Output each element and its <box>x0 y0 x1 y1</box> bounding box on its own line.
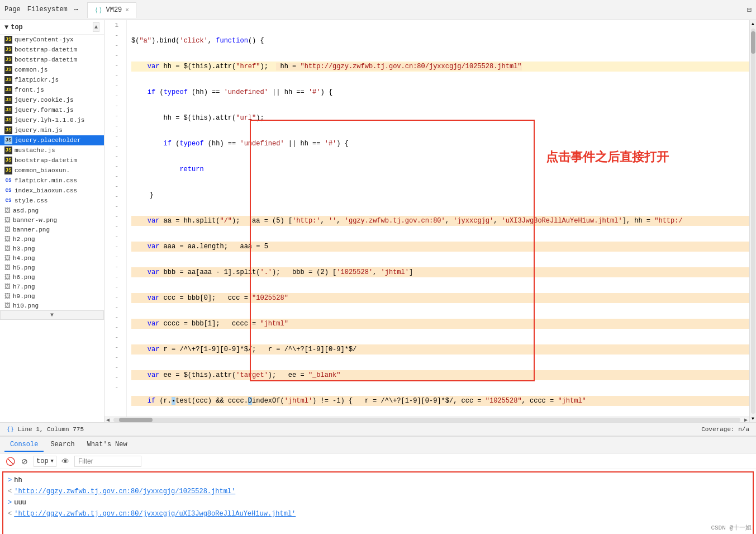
collapse-icon[interactable]: ⊟ <box>747 6 752 15</box>
status-bar: {} Line 1, Column 775 Coverage: n/a <box>0 422 756 436</box>
sidebar-item-bannerwpng[interactable]: 🖼 banner-w.png <box>0 215 104 225</box>
sidebar-item-label: h5.png <box>13 264 35 271</box>
coverage-info: Coverage: n/a <box>701 426 749 433</box>
sidebar-item-bootstrap3[interactable]: JS bootstrap-datetim <box>0 155 104 166</box>
line-num-16: - <box>104 171 122 181</box>
sidebar-item-h6png[interactable]: 🖼 h6.png <box>0 272 104 282</box>
tab-console[interactable]: Console <box>4 438 44 452</box>
sidebar-item-label: front.js <box>15 87 44 93</box>
line-num-36: - <box>104 372 122 382</box>
watermark: CSDN @十一姐 <box>711 523 752 532</box>
v-scroll-track[interactable] <box>751 29 755 414</box>
css-file-icon: CS <box>4 177 12 185</box>
scroll-track[interactable] <box>113 418 740 422</box>
sidebar-scroll-up[interactable]: ▲ <box>93 22 99 32</box>
img-file-icon: 🖼 <box>4 226 11 233</box>
sidebar-item-label: style.css <box>15 197 47 204</box>
vm29-tab[interactable]: ⟨⟩ VM29 × <box>87 2 136 18</box>
scroll-down-arrow[interactable]: ▼ <box>750 415 755 422</box>
sidebar-item-asdpng[interactable]: 🖼 asd.png <box>0 206 104 215</box>
sidebar-item-h5png[interactable]: 🖼 h5.png <box>0 263 104 272</box>
filesystem-menu[interactable]: Filesystem <box>27 6 68 14</box>
console-prompt-icon-2: > <box>8 497 12 508</box>
sidebar-item-h10png[interactable]: 🖼 h10.png <box>0 301 104 310</box>
line-num-2: - <box>104 30 122 40</box>
console-prompt-icon: > <box>8 475 12 486</box>
sidebar-item-label: common.js <box>15 67 47 73</box>
horizontal-scrollbar[interactable]: ◀ ▶ <box>104 417 749 422</box>
sidebar-item-label: index_biaoxun.css <box>15 187 77 194</box>
line-num-17: - <box>104 181 122 191</box>
sidebar-item-jquerylyh[interactable]: JS jquery.lyh-1.1.0.js <box>0 115 104 125</box>
img-file-icon: 🖼 <box>4 207 11 214</box>
more-menu[interactable]: ⋯ <box>74 6 78 14</box>
code-line-11: var ccc = bbb[0]; ccc = "1025528" <box>131 293 749 303</box>
console-output: > hh < 'http://ggzy.zwfwb.tj.gov.cn:80/j… <box>2 471 754 534</box>
img-file-icon: 🖼 <box>4 235 11 243</box>
bottom-toolbar: 🚫 ⊘ top ▼ 👁 <box>0 453 756 469</box>
clear-console-button[interactable]: 🚫 <box>4 456 16 467</box>
console-line-3: > uuu <box>8 497 748 508</box>
sidebar-item-h4png[interactable]: 🖼 h4.png <box>0 253 104 263</box>
sidebar-item-commonjs[interactable]: JS common.js <box>0 65 104 75</box>
page-menu[interactable]: Page <box>4 6 21 14</box>
sidebar-item-jqueryformat[interactable]: JS jquery.format.js <box>0 105 104 115</box>
js-file-icon: JS <box>4 157 12 164</box>
sidebar-item-bootstrap2[interactable]: JS bootstrap-datetim <box>0 55 104 65</box>
tab-close-button[interactable]: × <box>125 7 129 13</box>
sidebar-item-commonbiaoxun[interactable]: JS common_biaoxun. <box>0 166 104 176</box>
line-num-4: - <box>104 50 122 60</box>
sidebar-item-jquerymin[interactable]: JS jquery.min.js <box>0 125 104 135</box>
tab-whatsnew[interactable]: What's New <box>82 438 133 452</box>
line-num-6: - <box>104 70 122 81</box>
sidebar-item-bootstrap1[interactable]: JS bootstrap-datetim <box>0 45 104 55</box>
line-num-15: - <box>104 161 122 171</box>
bottom-panel: Console Search What's New 🚫 ⊘ top ▼ 👁 > … <box>0 436 756 534</box>
line-num-35: - <box>104 362 122 372</box>
js-file-icon: JS <box>4 116 12 124</box>
context-selector[interactable]: top ▼ <box>34 456 56 467</box>
sidebar-item-jquerycookie[interactable]: JS jquery.cookie.js <box>0 95 104 105</box>
sidebar-item-label: h4.png <box>13 255 35 262</box>
code-lines: $("a").bind('click', function() { var hh… <box>127 20 749 422</box>
stop-button[interactable]: ⊘ <box>19 456 30 467</box>
sidebar-item-h3png[interactable]: 🖼 h3.png <box>0 244 104 253</box>
code-line-3: if (typeof (hh) == 'undefined' || hh == … <box>131 87 749 97</box>
sidebar-item-front[interactable]: JS front.js <box>0 85 104 95</box>
scroll-left-btn[interactable]: ◀ <box>104 417 111 423</box>
filter-input[interactable] <box>74 456 141 467</box>
sidebar-item-h2png[interactable]: 🖼 h2.png <box>0 234 104 244</box>
console-link-2[interactable]: 'http://ggzy.zwfwb.tj.gov.cn:80/jyxxcgjg… <box>14 508 296 519</box>
console-text: hh <box>14 475 22 486</box>
sidebar-scroll-down-btn[interactable]: ▼ <box>0 310 104 320</box>
sidebar-item-indexcss[interactable]: CS index_biaoxun.css <box>0 186 104 196</box>
scroll-thumb[interactable] <box>119 418 153 422</box>
eye-button[interactable]: 👁 <box>60 456 71 467</box>
js-file-icon: JS <box>4 136 12 144</box>
line-num-28: - <box>104 292 122 302</box>
sidebar-item-flatpickrcss[interactable]: CS flatpickr.min.css <box>0 176 104 186</box>
vertical-scrollbar[interactable]: ▲ ▼ <box>749 20 756 422</box>
tab-search[interactable]: Search <box>45 438 80 452</box>
editor-area: 点击事件之后直接打开 1 - - - - - - <box>104 20 749 422</box>
sidebar-item-querycontent[interactable]: JS queryContent-jyx <box>0 35 104 45</box>
sidebar-item-label: h6.png <box>13 274 35 281</box>
main-layout: ▼ top ▲ JS queryContent-jyx JS bootstrap… <box>0 20 756 422</box>
sidebar-item-bannerpng[interactable]: 🖼 banner.png <box>0 225 104 234</box>
folder-expand-icon: ▼ <box>4 23 8 31</box>
sidebar-item-flatpickr[interactable]: JS flatpickr.js <box>0 75 104 85</box>
line-num-13: - <box>104 141 122 151</box>
top-bar-left: Page Filesystem ⋯ <box>4 6 78 14</box>
sidebar-item-stylecss[interactable]: CS style.css <box>0 196 104 206</box>
sidebar-item-mustache[interactable]: JS mustache.js <box>0 145 104 155</box>
console-link-1[interactable]: 'http://ggzy.zwfwb.tj.gov.cn:80/jyxxcgjg… <box>14 486 235 497</box>
sidebar-item-jqueryplaceholder[interactable]: JS jquery.placeholder <box>0 135 104 145</box>
line-num-31: - <box>104 322 122 332</box>
img-file-icon: 🖼 <box>4 283 11 290</box>
sidebar-item-h9png[interactable]: 🖼 h9.png <box>0 291 104 301</box>
scroll-right-btn[interactable]: ▶ <box>743 417 749 423</box>
scroll-up-arrow[interactable]: ▲ <box>750 20 755 27</box>
v-scroll-thumb[interactable] <box>751 31 755 54</box>
sidebar-item-h7png[interactable]: 🖼 h7.png <box>0 282 104 291</box>
sidebar-item-label: common_biaoxun. <box>15 167 70 174</box>
